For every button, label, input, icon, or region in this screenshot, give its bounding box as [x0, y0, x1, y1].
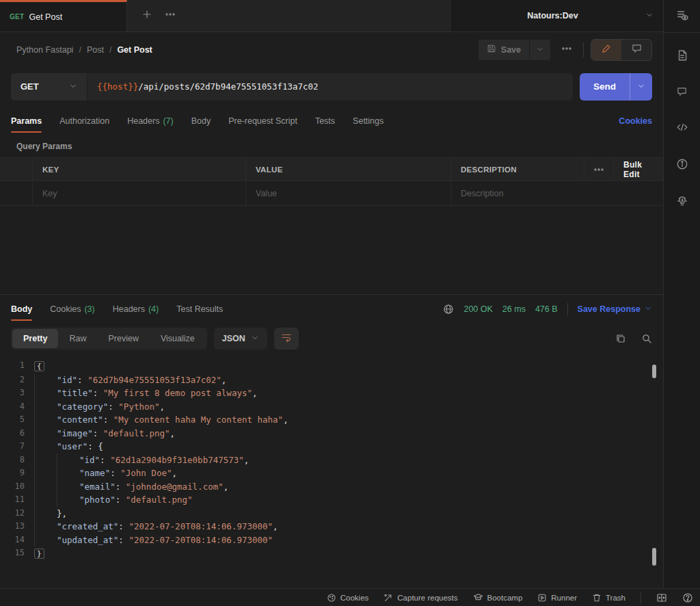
edit-comment-toggle	[591, 39, 652, 61]
tab-count-badge: (7)	[163, 116, 173, 126]
divider	[567, 303, 568, 315]
more-icon	[561, 43, 572, 57]
documentation-button[interactable]	[676, 49, 688, 64]
fold-marker[interactable]: {	[34, 361, 44, 371]
breadcrumb-item[interactable]: Post	[87, 45, 104, 55]
json-value: "2022-07-20T08:14:06.973000"	[129, 521, 273, 531]
scrollbar-thumb[interactable]	[652, 365, 656, 378]
view-tab-preview[interactable]: Preview	[97, 329, 149, 348]
divider	[583, 42, 584, 57]
bulk-edit-button[interactable]: Bulk Edit	[614, 158, 663, 181]
json-value: "John Doe"	[120, 468, 172, 478]
statusbar-cookies-button[interactable]: Cookies	[327, 593, 369, 603]
statusbar-capture-requests-button[interactable]: Capture requests	[383, 593, 457, 603]
environment-selector[interactable]: Natours:Dev	[450, 0, 663, 31]
json-value: "My first 8 demo post always"	[103, 388, 252, 398]
response-tabs-row: BodyCookies(3)Headers(4)Test Results 200…	[0, 295, 663, 324]
response-tab-test-results[interactable]: Test Results	[176, 295, 223, 324]
line-number: 2	[0, 373, 34, 387]
chevron-down-icon	[644, 304, 652, 315]
copy-icon	[615, 333, 626, 344]
view-tab-raw[interactable]: Raw	[58, 329, 97, 348]
url-variable: {{host}}	[97, 81, 138, 92]
pull-request-button[interactable]	[676, 195, 688, 210]
wrap-text-button[interactable]	[274, 328, 299, 350]
environment-name: Natours:Dev	[460, 11, 645, 21]
json-punctuation: : {	[88, 441, 103, 451]
tab-options-button[interactable]	[159, 0, 182, 31]
tab-label: Body	[191, 116, 211, 126]
indent-guide	[34, 386, 57, 400]
save-response-button[interactable]: Save Response	[578, 304, 652, 315]
statusbar-trash-button[interactable]: Trash	[592, 593, 625, 603]
row-handle-cell	[0, 158, 33, 181]
response-tab-body[interactable]: Body	[11, 295, 32, 324]
send-button[interactable]: Send	[580, 73, 630, 101]
response-tab-cookies[interactable]: Cookies(3)	[50, 295, 94, 324]
statusbar-bootcamp-button[interactable]: Bootcamp	[473, 592, 523, 603]
comments-button[interactable]	[677, 86, 687, 99]
line-number: 6	[0, 427, 34, 440]
new-tab-button[interactable]	[135, 0, 159, 31]
response-tab-headers[interactable]: Headers(4)	[113, 295, 159, 324]
save-options-button[interactable]	[529, 40, 550, 60]
pencil-icon	[602, 44, 611, 56]
request-more-actions-button[interactable]	[557, 43, 576, 57]
divider	[641, 592, 641, 603]
edit-mode-button[interactable]	[591, 40, 621, 60]
json-punctuation: :	[77, 375, 88, 385]
network-globe-icon[interactable]	[443, 304, 454, 315]
request-tab-pre-request-script[interactable]: Pre-request Script	[228, 106, 297, 135]
url-input[interactable]: {{host}}/api/posts/62d7b94e75551053f13a7…	[88, 73, 573, 101]
view-tab-visualize[interactable]: Visualize	[150, 329, 206, 348]
save-button[interactable]: Save	[479, 40, 529, 60]
environment-quick-look-button[interactable]	[664, 0, 700, 33]
send-button-group: Send	[580, 73, 652, 101]
request-tab-headers[interactable]: Headers(7)	[127, 106, 174, 135]
lightbulb-icon	[676, 195, 688, 210]
key-input[interactable]: Key	[33, 181, 246, 205]
statusbar-help-button[interactable]	[682, 592, 693, 603]
copy-response-button[interactable]	[615, 333, 626, 344]
json-punctuation: :	[118, 521, 129, 531]
code-line: 5"content": "My content haha My content …	[0, 413, 663, 427]
statusbar-item-label: Capture requests	[397, 594, 457, 602]
json-punctuation: ,	[170, 428, 176, 438]
search-icon	[641, 333, 652, 344]
format-selector[interactable]: JSON	[214, 328, 267, 350]
request-tab-body[interactable]: Body	[191, 106, 211, 135]
json-punctuation: ,	[252, 388, 258, 398]
params-table-row: Key Value Description	[0, 181, 663, 206]
value-input[interactable]: Value	[246, 181, 451, 205]
line-number: 7	[0, 440, 34, 453]
code-line: 2"id": "62d7b94e75551053f13a7c02",	[0, 373, 663, 387]
cookies-link[interactable]: Cookies	[619, 116, 652, 126]
fold-marker[interactable]: }	[34, 549, 44, 559]
statusbar-columns-button[interactable]	[656, 592, 667, 603]
method-selector[interactable]: GET	[11, 73, 88, 101]
request-header-row: Python Fastapi/Post/Get Post Save	[0, 32, 663, 67]
columns-options-button[interactable]	[584, 158, 614, 181]
code-text: "email": "johndoe@gmail.com",	[34, 480, 228, 494]
request-tab[interactable]: GET Get Post	[0, 0, 127, 31]
request-tabs-row: ParamsAuthorizationHeaders(7)BodyPre-req…	[0, 106, 663, 135]
view-tab-pretty[interactable]: Pretty	[12, 329, 58, 348]
request-tab-settings[interactable]: Settings	[353, 106, 383, 135]
search-response-button[interactable]	[641, 333, 652, 344]
comment-mode-button[interactable]	[621, 40, 651, 60]
request-tab-params[interactable]: Params	[11, 106, 42, 135]
description-input[interactable]: Description	[451, 181, 584, 205]
statusbar-runner-button[interactable]: Runner	[537, 593, 577, 603]
send-options-button[interactable]	[630, 73, 652, 101]
request-tab-tests[interactable]: Tests	[315, 106, 335, 135]
request-tab-authorization[interactable]: Authorization	[59, 106, 109, 135]
request-info-button[interactable]	[676, 158, 688, 173]
scrollbar-thumb[interactable]	[652, 548, 656, 566]
response-body-viewer[interactable]: 1{2"id": "62d7b94e75551053f13a7c02",3"ti…	[0, 354, 663, 575]
code-text: "name": "John Doe",	[34, 466, 177, 480]
query-params-label: Query Params	[0, 135, 663, 157]
breadcrumb-item[interactable]: Python Fastapi	[16, 45, 73, 55]
code-text: "user": {	[34, 440, 103, 453]
json-punctuation: :	[108, 401, 118, 412]
code-snippet-button[interactable]	[676, 121, 688, 136]
